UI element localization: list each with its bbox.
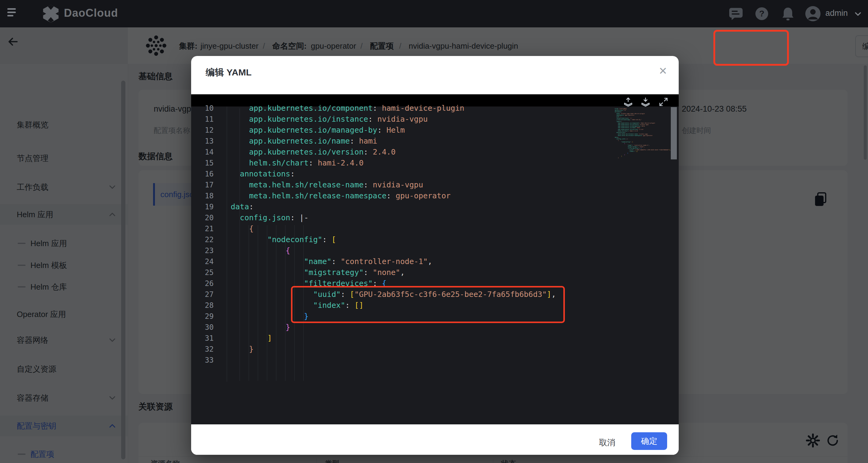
yaml-editor[interactable]: 10 app.kubernetes.io/component: hami-dev… <box>191 94 679 424</box>
line-number: 22 <box>200 234 214 245</box>
cancel-button[interactable]: 取消 <box>599 437 615 448</box>
confirm-button[interactable]: 确定 <box>631 432 667 450</box>
code-line-23: 23 { <box>191 245 679 256</box>
line-number: 16 <box>200 168 214 179</box>
line-number: 12 <box>200 125 214 136</box>
annotation-box-edit-yaml <box>713 30 789 66</box>
close-icon[interactable]: ✕ <box>659 66 668 76</box>
hamburger-menu-icon[interactable] <box>7 8 17 16</box>
code-line-15: 15 helm.sh/chart: hami-2.4.0 <box>191 158 679 168</box>
code-line-21: 21 { <box>191 223 679 234</box>
line-number: 19 <box>200 201 214 212</box>
code-line-24: 24 "name": "controller-node-1", <box>191 256 679 267</box>
line-number: 20 <box>200 212 214 223</box>
modal-footer: 取消 确定 <box>191 424 679 455</box>
line-number: 14 <box>200 146 214 158</box>
line-number: 17 <box>200 179 214 191</box>
code-line-10: 10 app.kubernetes.io/component: hami-dev… <box>191 103 679 114</box>
line-number: 11 <box>200 114 214 125</box>
line-number: 32 <box>200 344 214 355</box>
username: admin <box>826 8 848 18</box>
code-line-33: 33 <box>191 355 679 366</box>
line-number: 28 <box>200 300 214 311</box>
avatar[interactable] <box>805 6 821 23</box>
code-line-19: 19data: <box>191 201 679 212</box>
message-icon[interactable] <box>728 7 743 22</box>
line-number: 18 <box>200 191 214 201</box>
line-number: 23 <box>200 245 214 256</box>
code-line-17: 17 meta.helm.sh/release-name: nvidia-vgp… <box>191 179 679 191</box>
daocloud-logo-icon <box>42 4 60 24</box>
code-line-20: 20 config.json: |- <box>191 212 679 223</box>
code-line-18: 18 meta.helm.sh/release-namespace: gpu-o… <box>191 191 679 201</box>
code-line-32: 32 } <box>191 344 679 355</box>
line-number: 33 <box>200 355 214 366</box>
top-navbar: DaoCloud ? admin <box>0 0 868 27</box>
code-line-30: 30 } <box>191 322 679 333</box>
code-line-14: 14 app.kubernetes.io/version: 2.4.0 <box>191 146 679 158</box>
editor-minimap[interactable]: kind: ConfigMapapiVersion: v1metadata: n… <box>615 108 674 160</box>
line-number: 13 <box>200 136 214 146</box>
edit-yaml-modal: 编辑 YAML ✕ <box>191 56 679 455</box>
user-menu-chevron-icon[interactable] <box>854 10 862 19</box>
line-number: 26 <box>200 278 214 289</box>
code-line-12: 12 app.kubernetes.io/managed-by: Helm <box>191 125 679 136</box>
line-number: 27 <box>200 289 214 300</box>
line-number: 31 <box>200 333 214 344</box>
code-line-22: 22 "nodeconfig": [ <box>191 234 679 245</box>
modal-title: 编辑 YAML <box>206 66 252 79</box>
annotation-box-filterdevices <box>291 286 565 323</box>
help-icon[interactable]: ? <box>755 7 769 22</box>
line-number: 15 <box>200 158 214 168</box>
line-number: 24 <box>200 256 214 267</box>
code-line-25: 25 "migstrategy": "none", <box>191 267 679 278</box>
code-line-11: 11 app.kubernetes.io/instance: nvidia-vg… <box>191 114 679 125</box>
notification-bell-icon[interactable] <box>781 6 795 22</box>
brand-name: DaoCloud <box>64 7 118 20</box>
code-line-16: 16 annotations: <box>191 168 679 179</box>
line-number: 29 <box>200 311 214 322</box>
code-line-31: 31 ] <box>191 333 679 344</box>
code-line-13: 13 app.kubernetes.io/name: hami <box>191 136 679 146</box>
editor-scrollbar[interactable] <box>671 107 677 159</box>
svg-text:?: ? <box>759 9 764 18</box>
line-number: 25 <box>200 267 214 278</box>
line-number: 30 <box>200 322 214 333</box>
line-number: 10 <box>200 103 214 114</box>
line-number: 21 <box>200 223 214 234</box>
